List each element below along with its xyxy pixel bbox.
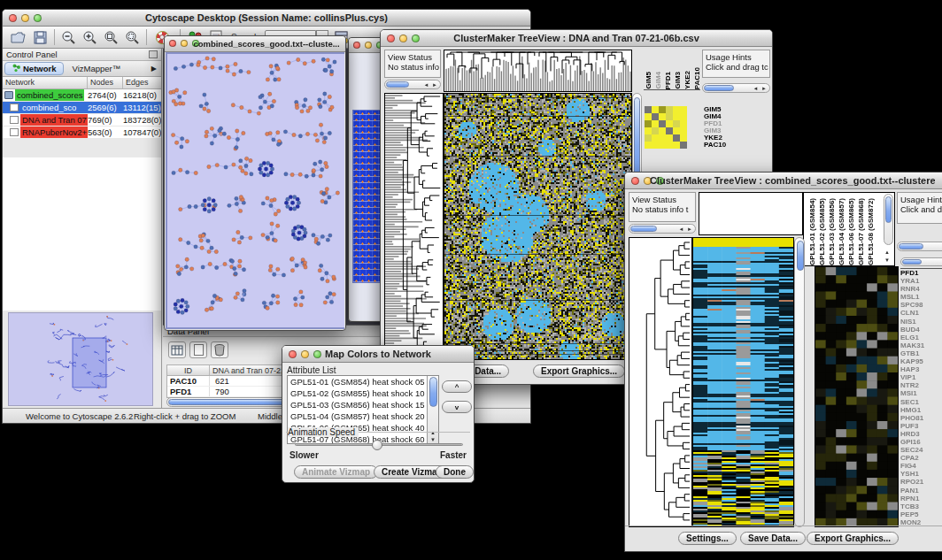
tv2-gene-label: ELG1 <box>900 334 942 341</box>
tv2-gene-label: BUD4 <box>900 326 942 334</box>
tv2-column-label: GPL51-06 (GSM865) <box>848 198 855 265</box>
slider-thumb[interactable] <box>372 440 382 450</box>
tv2-gene-label: CLN1 <box>900 309 942 317</box>
tv1-usage-scrollbar[interactable]: ◄ ► <box>702 83 770 93</box>
move-up-button[interactable]: ^ <box>442 380 472 393</box>
network-row[interactable]: combined_sco2569(6)13112(15) <box>3 102 161 114</box>
tv2-save-data-button[interactable]: Save Data... <box>740 532 806 545</box>
tv2-usage-scrollbar[interactable] <box>897 242 942 251</box>
tab-network[interactable]: Network <box>4 62 64 75</box>
done-button[interactable]: Done <box>436 465 474 479</box>
main-titlebar[interactable]: Cytoscape Desktop (Session Name: collins… <box>3 10 530 27</box>
status-hint-zoom: Right-click + drag to ZOOM <box>134 411 236 421</box>
tv2-status-scrollbar[interactable]: ◄ ► <box>629 224 696 234</box>
status-welcome: Welcome to Cytoscape 2.6.2 <box>26 411 133 421</box>
tv2-heatmap[interactable] <box>692 237 794 527</box>
tv2-column-label: GPL51-04 (GSM857) <box>838 198 845 265</box>
delete-attribute-icon[interactable] <box>211 341 228 358</box>
tv2-settings-button[interactable]: Settings... <box>678 532 737 545</box>
network-row[interactable]: DNA and Tran 07769(0)183728(0) <box>3 114 161 127</box>
tv1-column-label: GIM3 <box>675 72 682 89</box>
tv2-gene-label: TCB3 <box>900 502 942 510</box>
tv1-export-graphics-button[interactable]: Export Graphics... <box>533 364 625 378</box>
network-canvas[interactable] <box>167 54 344 327</box>
minimize-icon[interactable] <box>181 40 188 47</box>
tv2-zoom-heatmap[interactable] <box>815 266 899 527</box>
save-icon[interactable] <box>31 29 49 45</box>
attribute-list-item[interactable]: GPL51-04 (GSM857) heat shock 20 min <box>288 410 427 422</box>
tv1-detail-matrix[interactable] <box>645 106 687 149</box>
tv2-export-graphics-button[interactable]: Export Graphics... <box>807 532 899 545</box>
tv2-column-label: GPL51-03 (GSM856) <box>829 198 836 265</box>
treeview2-window: ClusterMaker TreeView : combined_scores_… <box>624 172 942 552</box>
move-down-button[interactable]: v <box>442 401 472 413</box>
tv2-column-label: GPL51-08 (GSM872) <box>868 198 875 265</box>
attribute-list-scrollbar[interactable]: ▲ ▼ <box>427 376 438 443</box>
close-icon[interactable] <box>169 40 176 47</box>
close-icon[interactable] <box>353 42 360 49</box>
control-panel: Control Panel Network VizMapper™ ▶ Netwo… <box>3 49 162 408</box>
zoom-fit-icon[interactable] <box>123 29 141 45</box>
close-icon[interactable] <box>631 177 639 185</box>
matrix-cell <box>652 142 659 149</box>
tv1-view-status: View Status No status info f <box>384 50 441 78</box>
network-row[interactable]: RNAPuberNov2+|563(0)107847(0) <box>3 127 161 139</box>
network-tab-icon <box>12 64 20 73</box>
tv2-row-dendrogram[interactable] <box>629 237 692 527</box>
float-panel-icon[interactable] <box>149 50 158 58</box>
attribute-list-item[interactable]: GPL51-02 (GSM855) heat shock 10 min <box>288 387 427 399</box>
col-nodes[interactable]: Nodes <box>88 77 123 88</box>
zoom-in-icon[interactable] <box>81 29 98 45</box>
matrix-cell <box>645 106 652 113</box>
animation-speed-slider[interactable] <box>295 443 463 446</box>
tv1-column-label: GIM5 <box>645 72 652 89</box>
matrix-cell <box>645 134 652 142</box>
folder-icon <box>4 91 13 99</box>
tab-vizmapper[interactable]: VizMapper™ <box>64 64 128 73</box>
attribute-list-item[interactable]: GPL51-01 (GSM854) heat shock 05 min <box>288 376 427 387</box>
tv1-status-scrollbar[interactable]: ◄ ► <box>384 80 441 89</box>
tv2-genelist-hscrollbar[interactable] <box>900 257 942 266</box>
tv2-labels-vscrollbar[interactable] <box>884 194 893 245</box>
matrix-cell <box>666 106 673 113</box>
tv2-gene-label: HMG1 <box>900 406 942 414</box>
matrix-cell <box>666 142 673 149</box>
matrix-cell <box>680 120 687 127</box>
select-attributes-icon[interactable] <box>168 341 186 358</box>
tv1-heatmap[interactable] <box>444 93 632 360</box>
tv1-column-dendrogram[interactable] <box>444 50 632 92</box>
tv2-gene-label: PAN1 <box>900 487 942 495</box>
tv1-column-label: PFD1 <box>665 72 672 89</box>
tv1-gene-label: GIM4 <box>704 113 748 120</box>
col-network[interactable]: Network <box>3 77 88 88</box>
minimize-icon[interactable] <box>365 42 372 49</box>
slider-faster-label: Faster <box>440 450 467 460</box>
map-dialog-title: Map Colors to Network <box>282 349 474 359</box>
animate-vizmap-button[interactable]: Animate Vizmap <box>294 465 378 479</box>
tv2-column-label: GPL51-02 (GSM855) <box>819 198 826 265</box>
network-overview-panel[interactable] <box>8 312 153 406</box>
zoom-out-icon[interactable] <box>59 29 77 45</box>
tv2-gene-label: CPA2 <box>900 454 942 462</box>
matrix-cell <box>673 142 680 149</box>
matrix-cell <box>680 134 687 142</box>
open-folder-icon[interactable] <box>10 29 27 45</box>
network-row[interactable]: combined_scores2764(0)16218(0) <box>3 89 161 102</box>
map-colors-dialog: Map Colors to Network Attribute List GPL… <box>282 345 475 483</box>
attribute-list-item[interactable]: GPL51-03 (GSM856) heat shock 15 min <box>288 399 427 410</box>
file-icon <box>10 128 19 136</box>
tv1-row-dendrogram[interactable] <box>384 93 444 360</box>
tab-overflow-icon[interactable]: ▶ <box>151 65 159 73</box>
main-window-title: Cytoscape Desktop (Session Name: collins… <box>3 12 530 23</box>
network-view-window: combined_scores_good.txt--cluste... <box>164 35 346 331</box>
tv2-gene-label: NTR2 <box>900 381 942 389</box>
tv2-gene-label: MSL1 <box>900 293 942 301</box>
tv2-column-dendrogram[interactable] <box>699 192 803 235</box>
tv2-heatmap-vscrollbar[interactable] <box>794 237 805 527</box>
data-col-id[interactable]: ID <box>167 365 210 375</box>
tv2-gene-label: MSI1 <box>900 389 942 397</box>
col-edges[interactable]: Edges <box>123 77 161 88</box>
zoom-selected-icon[interactable] <box>102 29 120 45</box>
file-icon <box>10 116 19 124</box>
new-attribute-icon[interactable] <box>189 341 207 358</box>
